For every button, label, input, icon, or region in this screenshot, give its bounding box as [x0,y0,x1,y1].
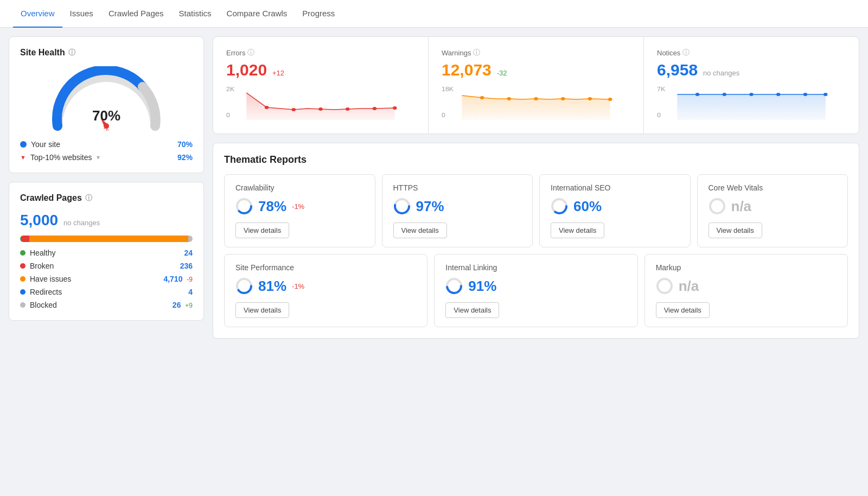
stat-broken: Broken 236 [20,262,193,270]
svg-marker-24 [677,94,825,120]
report-site-performance: Site Performance 81% -1% View details [224,254,427,327]
thematic-reports-title: Thematic Reports [224,154,848,166]
warnings-change: -32 [497,69,507,77]
crawled-pages-card: Crawled Pages ⓘ 5,000 no changes Heal [9,182,204,321]
bar-broken [21,236,30,242]
svg-text:7K: 7K [657,86,666,92]
view-details-site-performance[interactable]: View details [235,302,289,318]
core-web-vitals-donut [709,198,726,215]
right-column: Errors ⓘ 1,020 +12 2K [213,36,859,339]
svg-point-19 [561,97,565,100]
legend-your-site: Your site 70% [20,140,193,149]
svg-point-21 [608,98,612,101]
svg-point-27 [749,93,753,96]
reports-bottom-grid: Site Performance 81% -1% View details In… [224,254,848,327]
nav-issues[interactable]: Issues [62,0,101,28]
your-site-dot [20,141,27,148]
site-health-title: Site Health ⓘ [20,48,193,58]
report-core-web-vitals: Core Web Vitals n/a View details [697,174,848,247]
gauge-chart: 70% -2 [47,66,166,131]
stat-blocked: Blocked 26 +9 [20,301,193,309]
svg-point-29 [803,93,807,96]
svg-text:0: 0 [657,112,661,118]
redirects-dot [20,289,25,295]
reports-top-grid: Crawlability 78% -1% View details HTTPS [224,174,848,247]
crawled-pages-title: Crawled Pages ⓘ [20,193,193,203]
nav-overview[interactable]: Overview [13,0,62,28]
stat-healthy: Healthy 24 [20,249,193,257]
bar-blocked [188,236,193,242]
view-details-markup[interactable]: View details [656,302,710,318]
errors-info-icon[interactable]: ⓘ [247,48,254,58]
left-column: Site Health ⓘ 70% [9,36,204,339]
svg-point-10 [346,107,349,111]
metric-warnings: Warnings ⓘ 12,073 -32 [429,37,644,133]
svg-text:70%: 70% [92,107,120,124]
nav-progress[interactable]: Progress [295,0,342,28]
warnings-chart: 18K 0 [442,85,630,123]
errors-chart: 2K 0 [226,85,415,123]
svg-point-9 [318,107,322,111]
nav-compare-crawls[interactable]: Compare Crawls [219,0,295,28]
crawlability-donut [235,198,253,215]
svg-point-42 [658,279,672,293]
svg-point-37 [710,199,724,213]
svg-point-7 [265,106,269,109]
notices-info-icon[interactable]: ⓘ [682,48,690,58]
svg-marker-6 [246,93,394,120]
warnings-number: 12,073 [442,61,492,79]
gauge-container: 70% -2 [20,66,193,131]
view-details-core-web-vitals[interactable]: View details [709,222,762,238]
top10-chevron[interactable]: ▾ [97,154,100,161]
crawled-pages-info-icon[interactable]: ⓘ [85,193,92,203]
bar-issues [29,236,188,242]
main-nav: Overview Issues Crawled Pages Statistics… [0,0,868,28]
view-details-crawlability[interactable]: View details [235,222,289,238]
legend-top10: ▼ Top-10% websites ▾ 92% [20,153,193,162]
view-details-internal-linking[interactable]: View details [445,302,499,318]
svg-point-16 [480,96,484,99]
view-details-https[interactable]: View details [393,222,447,238]
view-details-international-seo[interactable]: View details [551,222,604,238]
svg-point-28 [776,93,780,96]
crawled-pages-total: 5,000 [20,212,58,229]
svg-point-25 [695,93,699,96]
broken-dot [20,263,25,269]
site-health-card: Site Health ⓘ 70% [9,36,204,173]
site-performance-donut [235,277,253,295]
notices-change: no changes [703,69,739,77]
svg-text:0: 0 [226,112,230,118]
site-health-info-icon[interactable]: ⓘ [68,48,75,58]
svg-point-12 [393,106,397,110]
thematic-reports-card: Thematic Reports Crawlability 78% -1% Vi… [213,143,859,339]
nav-crawled-pages[interactable]: Crawled Pages [101,0,171,28]
main-content: Site Health ⓘ 70% [0,28,868,347]
errors-change: +12 [272,69,284,77]
svg-text:-2: -2 [104,124,110,131]
metric-errors: Errors ⓘ 1,020 +12 2K [213,37,429,133]
notices-chart: 7K 0 [657,85,846,123]
crawled-pages-no-change: no changes [63,219,100,227]
markup-donut [656,277,673,295]
svg-point-11 [373,107,376,110]
report-international-seo: International SEO 60% View details [539,174,691,247]
warnings-info-icon[interactable]: ⓘ [473,48,480,58]
stat-have-issues: Have issues 4,710 -9 [20,275,193,283]
metric-notices: Notices ⓘ 6,958 no changes [644,37,859,133]
stat-redirects: Redirects 4 [20,288,193,296]
international-seo-donut [551,198,568,215]
report-markup: Markup n/a View details [644,254,848,327]
crawled-pages-progress-bar [20,236,193,242]
svg-text:18K: 18K [442,86,454,92]
nav-statistics[interactable]: Statistics [171,0,219,28]
report-internal-linking: Internal Linking 91% View details [434,254,637,327]
healthy-dot [20,250,25,256]
blocked-dot [20,302,25,308]
errors-number: 1,020 [226,61,267,79]
internal-linking-donut [445,277,463,295]
svg-point-26 [723,93,726,96]
crawled-pages-total-row: 5,000 no changes [20,212,193,229]
svg-point-8 [292,108,296,111]
svg-point-17 [507,97,511,100]
metrics-row: Errors ⓘ 1,020 +12 2K [213,36,859,134]
